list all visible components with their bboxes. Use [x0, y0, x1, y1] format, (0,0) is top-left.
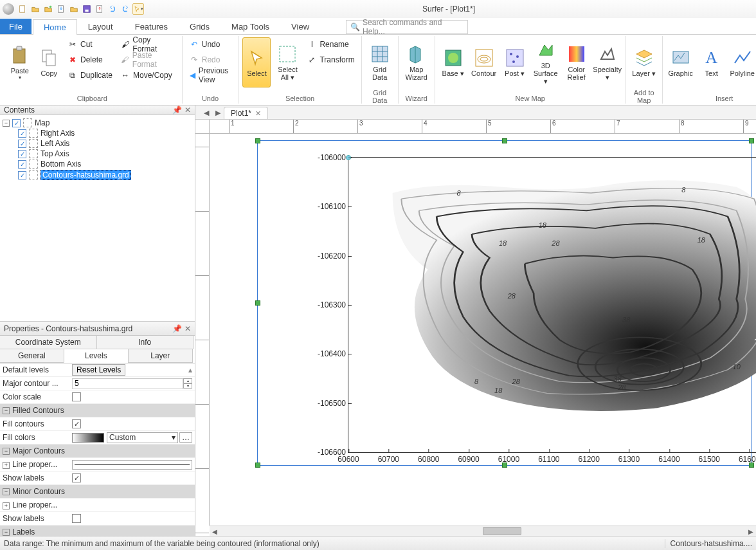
cut-button[interactable]: ✂Cut: [65, 37, 115, 51]
resize-handle[interactable]: [255, 463, 260, 468]
collapse-icon[interactable]: −: [3, 407, 10, 414]
ptab-coordinate-system[interactable]: Coordinate System: [0, 335, 97, 349]
section-major-contours[interactable]: −Major Contours: [0, 445, 195, 458]
contour-button[interactable]: Contour: [470, 37, 498, 87]
tree-item-top-axis[interactable]: ✓Top Axis: [3, 149, 192, 159]
grid-data-button[interactable]: Grid Data: [366, 37, 394, 87]
duplicate-button[interactable]: ⧉Duplicate: [65, 68, 115, 82]
qat-folder-icon[interactable]: [68, 3, 80, 15]
resize-handle[interactable]: [255, 138, 260, 143]
move-copy-button[interactable]: ↔Move/Copy: [118, 68, 178, 82]
pin-icon[interactable]: 📌: [172, 105, 182, 115]
section-labels[interactable]: −Labels: [0, 526, 195, 536]
qat-redo-icon[interactable]: [120, 3, 131, 15]
collapse-icon[interactable]: −: [3, 529, 10, 536]
qat-save-icon[interactable]: [81, 3, 93, 15]
fill-colors-dropdown[interactable]: Custom▾: [107, 432, 178, 443]
scroll-left-icon[interactable]: ◀: [210, 526, 220, 536]
ptab-general[interactable]: General: [0, 349, 64, 363]
ptab-info[interactable]: Info: [96, 335, 194, 349]
tree-item-bottom-axis[interactable]: ✓Bottom Axis: [3, 159, 192, 169]
select-all-button[interactable]: Select All ▾: [273, 37, 302, 87]
resize-handle[interactable]: [749, 138, 754, 143]
graphic-button[interactable]: Graphic: [667, 37, 695, 87]
checkbox[interactable]: ✓: [18, 171, 26, 179]
layer-button[interactable]: Layer ▾: [630, 37, 658, 87]
tab-grids[interactable]: Grids: [179, 19, 221, 34]
scroll-thumb[interactable]: [483, 527, 521, 535]
plot-canvas[interactable]: 88181828182838818282838810 1060001061001…: [210, 134, 756, 526]
search-input[interactable]: 🔍 Search commands and Help...: [346, 20, 468, 34]
undo-button[interactable]: ↶Undo: [186, 37, 235, 51]
tree-item-contours[interactable]: ✓Contours-hatsushima.grd: [3, 169, 192, 181]
close-icon[interactable]: ✕: [184, 105, 191, 115]
major-interval-input[interactable]: [72, 378, 183, 389]
scrollbar-up[interactable]: ▴: [186, 365, 195, 374]
scrollbar-horizontal[interactable]: ◀ ▶: [210, 526, 756, 536]
qat-new-icon[interactable]: [17, 3, 28, 15]
qat-export-icon[interactable]: [94, 3, 105, 15]
fill-contours-checkbox[interactable]: ✓: [72, 419, 81, 428]
scroll-right-icon[interactable]: ▶: [746, 526, 756, 536]
checkbox[interactable]: ✓: [18, 140, 26, 148]
line-style-preview[interactable]: [72, 460, 192, 470]
tree-item-right-axis[interactable]: ✓Right Axis: [3, 128, 192, 138]
doc-nav-left[interactable]: ◀: [201, 106, 212, 119]
select-button[interactable]: Select: [242, 37, 271, 87]
section-minor-contours[interactable]: −Minor Contours: [0, 485, 195, 499]
map-wizard-button[interactable]: Map Wizard: [402, 37, 431, 87]
tab-view[interactable]: View: [280, 19, 320, 34]
tab-home[interactable]: Home: [33, 19, 77, 35]
show-labels-minor-checkbox[interactable]: [72, 514, 81, 523]
redo-button[interactable]: ↷Redo: [186, 53, 235, 67]
text-button[interactable]: AText: [698, 37, 726, 87]
qat-select-icon[interactable]: ▾: [132, 3, 144, 15]
tab-features[interactable]: Features: [124, 19, 179, 34]
collapse-icon[interactable]: −: [3, 448, 10, 455]
base-button[interactable]: Base ▾: [439, 37, 467, 87]
tab-layout[interactable]: Layout: [77, 19, 124, 34]
spinner[interactable]: ▴▾: [183, 378, 192, 389]
fill-color-swatch[interactable]: [72, 433, 104, 443]
resize-handle[interactable]: [502, 138, 507, 143]
surface-button[interactable]: 3D Surface ▾: [532, 37, 560, 87]
copy-button[interactable]: Copy: [35, 37, 62, 87]
selection-box[interactable]: 88181828182838818282838810 1060001061001…: [257, 140, 752, 466]
pin-icon[interactable]: 📌: [172, 324, 182, 333]
paste-button[interactable]: Paste▾: [6, 37, 33, 87]
specialty-button[interactable]: Specialty ▾: [593, 37, 622, 87]
transform-button[interactable]: ⤢Transform: [304, 53, 357, 67]
qat-open2-icon[interactable]: [42, 3, 54, 15]
checkbox[interactable]: ✓: [18, 160, 26, 169]
polyline-button[interactable]: Polyline: [728, 37, 756, 87]
close-icon[interactable]: ✕: [184, 324, 191, 333]
fill-colors-more[interactable]: …: [179, 432, 192, 443]
file-tab[interactable]: File: [0, 19, 32, 34]
color-relief-button[interactable]: Color Relief: [562, 37, 591, 87]
copy-format-button[interactable]: 🖌Copy Format: [118, 37, 178, 51]
collapse-icon[interactable]: −: [3, 120, 10, 127]
reset-levels-button[interactable]: Reset Levels: [72, 364, 125, 376]
rename-button[interactable]: IRename: [304, 37, 357, 51]
resize-handle[interactable]: [255, 300, 260, 306]
qat-import-icon[interactable]: [55, 3, 67, 15]
close-tab-icon[interactable]: ✕: [255, 109, 261, 118]
qat-undo-icon[interactable]: [107, 3, 118, 15]
post-button[interactable]: Post ▾: [501, 37, 529, 87]
qat-open-icon[interactable]: [30, 3, 41, 15]
paste-format-button[interactable]: 🖌Paste Format: [118, 53, 178, 67]
tree-item-left-axis[interactable]: ✓Left Axis: [3, 138, 192, 149]
collapse-icon[interactable]: −: [3, 488, 10, 495]
tree-root[interactable]: − ✓ Map: [3, 118, 192, 128]
prev-view-button[interactable]: ◀Previous View: [186, 68, 235, 82]
ptab-levels[interactable]: Levels: [64, 349, 129, 363]
ptab-layer[interactable]: Layer: [128, 349, 193, 363]
document-tab[interactable]: Plot1* ✕: [224, 107, 268, 119]
doc-nav-right[interactable]: ▶: [212, 106, 224, 119]
checkbox[interactable]: ✓: [12, 119, 21, 127]
checkbox[interactable]: ✓: [18, 129, 26, 138]
color-scale-checkbox[interactable]: [72, 392, 81, 401]
show-labels-major-checkbox[interactable]: ✓: [72, 473, 81, 482]
delete-button[interactable]: ✖Delete: [65, 53, 115, 67]
tab-map-tools[interactable]: Map Tools: [221, 19, 280, 34]
